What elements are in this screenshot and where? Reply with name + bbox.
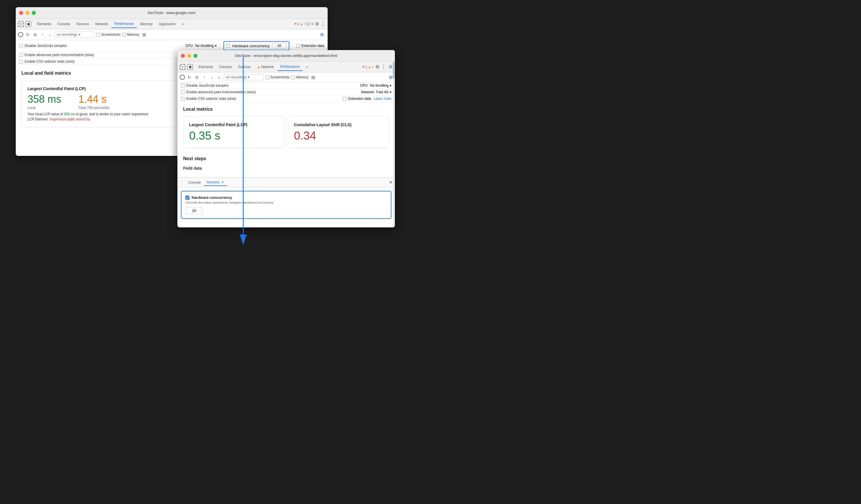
bg-screenshots-checkbox[interactable]: Screenshots <box>96 32 121 37</box>
fg-devtools-window: DevTools - emscripten-dbg-stories.netlif… <box>177 50 395 227</box>
fg-tab-console[interactable]: Console <box>216 63 235 71</box>
fg-disable-js-check[interactable] <box>181 84 184 87</box>
fg-recordings-dropdown[interactable]: no recordings ▾ <box>224 74 264 80</box>
fg-close-button[interactable] <box>181 54 185 58</box>
fg-panel-close[interactable]: ✕ <box>389 180 393 185</box>
fg-network-value: Fast 4G <box>376 90 388 94</box>
fg-record-button[interactable] <box>180 75 185 80</box>
bg-red-count: 2 <box>298 22 299 26</box>
fg-more-icon[interactable]: ⋮ <box>381 64 386 70</box>
fg-cpu-select[interactable]: No throttling ▾ <box>370 84 392 87</box>
bg-toolbar-grid-icon[interactable]: ⊞ <box>142 32 146 38</box>
bg-minimize-button[interactable] <box>26 11 29 15</box>
fg-network-chevron: ▾ <box>390 90 392 94</box>
fg-hw-panel-input[interactable] <box>186 207 203 214</box>
bg-tab-network[interactable]: Network <box>93 20 111 28</box>
bg-tab-performance[interactable]: Performance <box>111 20 137 28</box>
fg-settings-gear[interactable]: ⚙ <box>388 64 393 70</box>
fg-memory-checkbox[interactable]: Memory <box>291 75 309 79</box>
bg-maximize-button[interactable] <box>32 11 36 15</box>
fg-sensors-tab-close[interactable]: ✕ <box>221 180 224 184</box>
fg-options-row1: Disable JavaScript samples CPU: No throt… <box>177 82 395 89</box>
bg-tab-sources[interactable]: Sources <box>73 20 92 28</box>
bg-record-button[interactable] <box>18 32 23 37</box>
bg-hw-input[interactable] <box>272 43 286 48</box>
bg-more-icon[interactable]: ⋮ <box>321 21 325 27</box>
bg-tab-console[interactable]: Console <box>55 20 73 28</box>
bg-cursor-icon[interactable]: ⊹ <box>18 21 24 27</box>
bg-recordings-text: no recordings <box>57 32 78 37</box>
bg-close-button[interactable] <box>19 11 23 15</box>
fg-tab-elements[interactable]: Elements <box>196 63 216 71</box>
bg-window-title: DevTools - www.google.com/ <box>148 11 196 15</box>
bg-cpu-throttle: CPU: No throttling ▾ <box>185 44 216 48</box>
bg-settings-icon[interactable]: ⚙ <box>315 21 319 27</box>
fg-panel-tabs: ⋮ Console Sensors ✕ ✕ <box>177 178 395 187</box>
bg-tab-application[interactable]: Application <box>156 20 179 28</box>
bg-recordings-dropdown[interactable]: no recordings ▾ <box>55 31 95 38</box>
fg-minimize-button[interactable] <box>187 54 191 58</box>
fg-tab-performance[interactable]: Performance <box>277 63 303 71</box>
fg-cursor-icon[interactable]: ⊹ <box>180 64 186 70</box>
bg-adv-paint-option[interactable]: Enable advanced paint instrumentation (s… <box>19 53 94 57</box>
fg-tab-network[interactable]: ▲ Network <box>254 63 277 71</box>
bg-adv-paint-check[interactable] <box>19 53 23 57</box>
fg-next-steps: Next steps <box>183 156 389 161</box>
bg-device-icon[interactable]: ▣ <box>26 21 31 27</box>
fg-hw-checkbox[interactable] <box>186 196 189 200</box>
fg-tab-more[interactable]: » <box>303 63 311 71</box>
fg-upload-button[interactable]: ↑ <box>202 74 207 80</box>
fg-css-selector-option[interactable]: Enable CSS selector stats (slow) <box>181 97 236 101</box>
fg-toolbar-grid-icon[interactable]: ⊞ <box>311 75 315 80</box>
fg-maximize-button[interactable] <box>193 54 197 58</box>
fg-screenshots-checkbox[interactable]: Screenshots <box>265 75 290 79</box>
fg-scrollbar[interactable] <box>393 50 395 227</box>
fg-device-icon[interactable]: ▣ <box>187 64 193 70</box>
fg-metrics-row: Largest Contentful Paint (LCP) 0.35 s Cu… <box>183 116 389 152</box>
bg-lcp-desc-value: 358 ms <box>64 112 75 116</box>
bg-disable-js-option[interactable]: Disable JavaScript samples <box>19 44 67 48</box>
bg-hw-label: Hardware concurrency <box>232 44 270 48</box>
bg-tabs-right: ✕ 2 ▲ 2 💬 3 ⚙ ⋮ <box>294 21 325 27</box>
fg-settings-toolbar-gear[interactable]: ⚙ <box>388 75 393 80</box>
bg-settings-gear[interactable]: ⚙ <box>318 31 325 38</box>
bg-tab-memory[interactable]: Memory <box>137 20 155 28</box>
fg-adv-paint-check[interactable] <box>181 90 184 94</box>
fg-css-check[interactable] <box>181 97 184 101</box>
fg-network-select[interactable]: Fast 4G ▾ <box>376 90 392 94</box>
fg-scrollbar-thumb[interactable] <box>393 61 395 79</box>
bg-download-button[interactable]: ↓ <box>47 32 53 38</box>
fg-console-tab[interactable]: Console <box>186 179 204 186</box>
bg-css-selector-option[interactable]: Enable CSS selector stats (slow) <box>19 59 75 64</box>
fg-bottom-panel: ⋮ Console Sensors ✕ ✕ Hardware concurren… <box>177 177 395 227</box>
bg-upload-button[interactable]: ↑ <box>40 32 45 38</box>
bg-reload-button[interactable]: ↻ <box>25 32 31 38</box>
fg-ext-learn-more[interactable]: Learn more <box>374 97 392 101</box>
fg-download-button[interactable]: ↓ <box>209 74 215 80</box>
fg-tab-sources[interactable]: Sources <box>235 63 254 71</box>
fg-adv-paint-option[interactable]: Enable advanced paint instrumentation (s… <box>181 90 256 94</box>
fg-screenshots-check <box>265 75 269 79</box>
bg-tab-elements[interactable]: Elements <box>34 20 54 28</box>
bg-css-check[interactable] <box>19 60 23 64</box>
bg-ext-check[interactable] <box>296 44 300 48</box>
fg-reload-button[interactable]: ↻ <box>187 74 192 80</box>
fg-window-controls <box>181 54 197 58</box>
fg-sensors-tab[interactable]: Sensors ✕ <box>204 179 227 186</box>
bg-cpu-select[interactable]: No throttling ▾ <box>195 44 217 48</box>
fg-disable-js-option[interactable]: Disable JavaScript samples <box>181 84 228 87</box>
bg-memory-checkbox[interactable]: Memory <box>122 32 139 37</box>
fg-hw-panel-title: Hardware concurrency <box>186 195 387 200</box>
fg-network-warning-icon: ▲ <box>257 65 260 69</box>
bg-lcp-element-link[interactable]: img#moon-static.moonCta <box>50 117 90 121</box>
fg-ext-check[interactable] <box>343 97 346 101</box>
fg-recordings-text: no recordings <box>226 75 247 79</box>
bg-disable-js-check[interactable] <box>19 44 23 48</box>
bg-tab-more[interactable]: » <box>179 20 187 28</box>
fg-home-button[interactable]: ⌂ <box>216 74 222 80</box>
fg-settings-icon[interactable]: ⚙ <box>375 64 380 70</box>
bg-clear-button[interactable]: ⊘ <box>32 32 38 38</box>
fg-clear-button[interactable]: ⊘ <box>194 74 200 80</box>
fg-next-steps-title: Next steps <box>183 156 389 161</box>
bg-hw-check[interactable] <box>226 44 230 48</box>
